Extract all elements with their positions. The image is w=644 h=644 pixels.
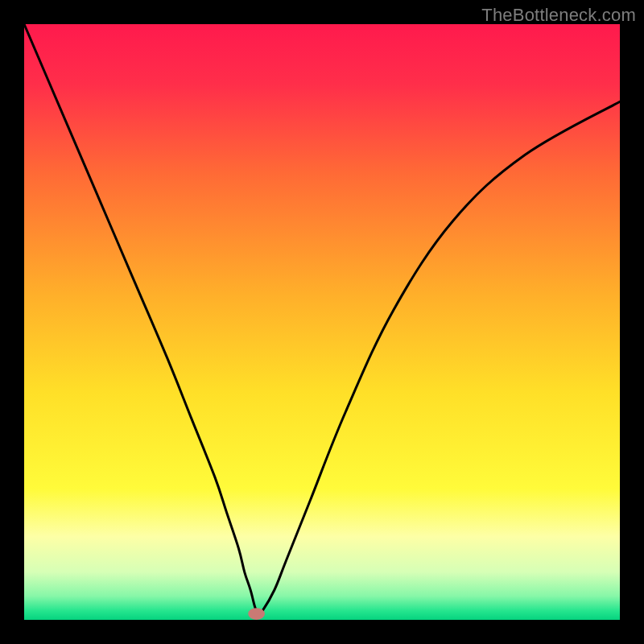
plot-area [24, 24, 620, 620]
optimal-point-marker [248, 608, 265, 620]
watermark-text: TheBottleneck.com [481, 5, 636, 26]
gradient-background [24, 24, 620, 620]
chart-svg [24, 24, 620, 620]
chart-frame: TheBottleneck.com [0, 0, 644, 644]
